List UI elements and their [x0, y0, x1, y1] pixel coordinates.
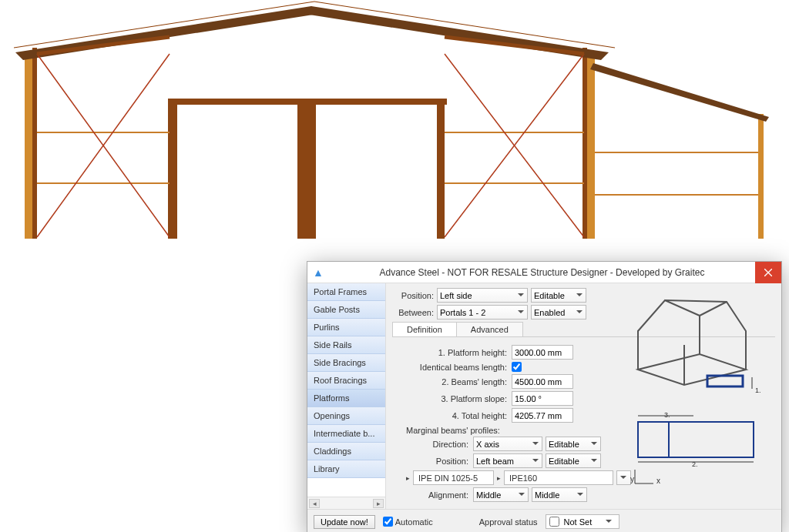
sidebar-item-purlins[interactable]: Purlins [307, 319, 385, 336]
sidebar-item-portal-frames[interactable]: Portal Frames [307, 283, 385, 301]
position-mode-select[interactable]: Editable [531, 288, 586, 303]
titlebar: ▲ Advance Steel - NOT FOR RESALE Structu… [307, 262, 781, 283]
app-icon: ▲ [307, 262, 329, 283]
between-select[interactable]: Portals 1 - 2 [437, 305, 528, 320]
automatic-checkbox-wrap[interactable]: Automatic [383, 517, 433, 527]
direction-mode-select[interactable]: Editable [546, 437, 601, 451]
dialog-footer: Update now! Automatic Approval status No… [307, 509, 781, 532]
position-label: Position: [392, 291, 434, 300]
sidebar-item-claddings[interactable]: Claddings [307, 443, 385, 460]
automatic-label: Automatic [395, 517, 433, 527]
dialog-title: Advance Steel - NOT FOR RESALE Structure… [329, 267, 755, 278]
scroll-right-icon[interactable]: ▸ [373, 499, 384, 508]
sidebar-item-gable-posts[interactable]: Gable Posts [307, 301, 385, 319]
beams-length-label: 2. Beams' length: [392, 377, 512, 386]
svg-rect-13 [297, 105, 316, 239]
identical-beams-checkbox[interactable] [512, 362, 522, 372]
structural-front-view [0, 0, 789, 254]
profile-standard[interactable]: IPE DIN 1025-5 [413, 470, 494, 485]
beams-length-input[interactable] [512, 374, 573, 389]
platform-height-label: 1. Platform height: [392, 348, 512, 357]
sidebar-item-side-rails[interactable]: Side Rails [307, 336, 385, 354]
between-mode-select[interactable]: Enabled [531, 305, 586, 320]
automatic-checkbox[interactable] [383, 517, 393, 527]
mposition-select[interactable]: Left beam [473, 453, 542, 468]
chevron-right-icon: ▸ [406, 474, 410, 482]
sidebar-item-openings[interactable]: Openings [307, 407, 385, 425]
approval-select[interactable]: Not Set [562, 514, 616, 529]
svg-rect-15 [438, 105, 445, 239]
sidebar-item-platforms[interactable]: Platforms [307, 390, 385, 407]
tab-definition[interactable]: Definition [392, 322, 457, 336]
tab-advanced[interactable]: Advanced [456, 322, 523, 336]
chevron-right-icon: ▸ [497, 474, 501, 482]
close-button[interactable] [755, 262, 781, 283]
approval-label: Approval status [479, 517, 538, 527]
svg-rect-5 [587, 54, 595, 239]
svg-rect-0 [25, 54, 32, 239]
alignment-v-select[interactable]: Middle [532, 487, 587, 502]
platform-slope-label: 3. Platform slope: [392, 394, 512, 403]
svg-rect-12 [168, 99, 447, 105]
identical-beams-label: Identical beams length: [392, 363, 512, 372]
total-height-label: 4. Total height: [392, 411, 512, 420]
category-sidebar: Portal Frames Gable Posts Purlins Side R… [307, 283, 386, 509]
sidebar-item-library[interactable]: Library [307, 460, 385, 478]
platform-slope-input[interactable] [512, 391, 573, 406]
svg-line-10 [14, 2, 314, 48]
alignment-h-select[interactable]: Middle [473, 487, 529, 502]
svg-marker-9 [590, 63, 769, 122]
profile-size[interactable]: IPE160 [504, 470, 613, 485]
sidebar-item-intermediate-beams[interactable]: Intermediate b... [307, 425, 385, 443]
structure-designer-dialog: ▲ Advance Steel - NOT FOR RESALE Structu… [307, 261, 782, 532]
sidebar-item-roof-bracings[interactable]: Roof Bracings [307, 372, 385, 390]
svg-rect-1 [32, 48, 37, 239]
sidebar-item-side-bracings[interactable]: Side Bracings [307, 354, 385, 372]
alignment-label: Alignment: [392, 490, 473, 500]
svg-rect-6 [758, 114, 764, 239]
svg-rect-14 [168, 105, 174, 239]
svg-text:3.: 3. [664, 411, 670, 419]
direction-select[interactable]: X axis [473, 437, 542, 451]
platform-height-input[interactable] [512, 345, 573, 360]
update-button[interactable]: Update now! [314, 515, 375, 529]
sidebar-scrollbar[interactable]: ◂ ▸ [307, 497, 385, 509]
direction-label: Direction: [392, 440, 473, 449]
scroll-left-icon[interactable]: ◂ [309, 499, 320, 508]
svg-text:y: y [630, 475, 634, 483]
mposition-label: Position: [392, 457, 473, 466]
mposition-mode-select[interactable]: Editable [546, 453, 601, 468]
svg-rect-4 [583, 48, 587, 239]
svg-rect-34 [638, 422, 754, 457]
svg-text:x: x [656, 477, 660, 485]
between-label: Between: [392, 308, 434, 317]
parameter-preview: 1. 3. 2. y x [623, 285, 777, 487]
total-height-input[interactable] [512, 408, 573, 423]
approval-checkbox[interactable] [549, 517, 559, 527]
position-select[interactable]: Left side [437, 288, 528, 303]
svg-text:1.: 1. [755, 386, 761, 394]
